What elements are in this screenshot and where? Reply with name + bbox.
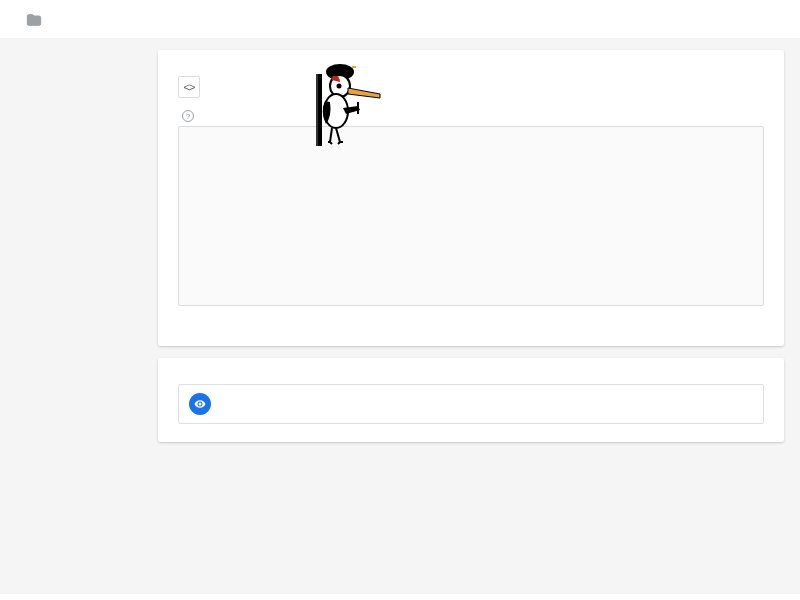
svg-rect-6 <box>318 74 322 146</box>
tag-header <box>0 0 800 38</box>
woodpecker-icon <box>310 54 390 154</box>
tag-type-row: <> <box>178 76 764 98</box>
svg-rect-5 <box>357 102 359 114</box>
help-icon[interactable]: ? <box>182 110 194 122</box>
tag-configuration-card[interactable]: <> ? <box>158 50 784 346</box>
svg-rect-1 <box>352 66 356 68</box>
html-code-editor[interactable] <box>178 126 764 306</box>
content-area: <> ? <box>0 38 800 594</box>
triggering-card[interactable] <box>158 358 784 442</box>
svg-rect-7 <box>316 74 318 146</box>
folder-icon[interactable] <box>26 12 42 31</box>
logo-overlay <box>310 54 396 154</box>
svg-point-3 <box>337 84 342 89</box>
custom-html-icon: <> <box>178 76 200 98</box>
pageview-icon <box>189 393 211 415</box>
trigger-row[interactable] <box>178 384 764 424</box>
page-root: <> ? <box>0 0 800 600</box>
